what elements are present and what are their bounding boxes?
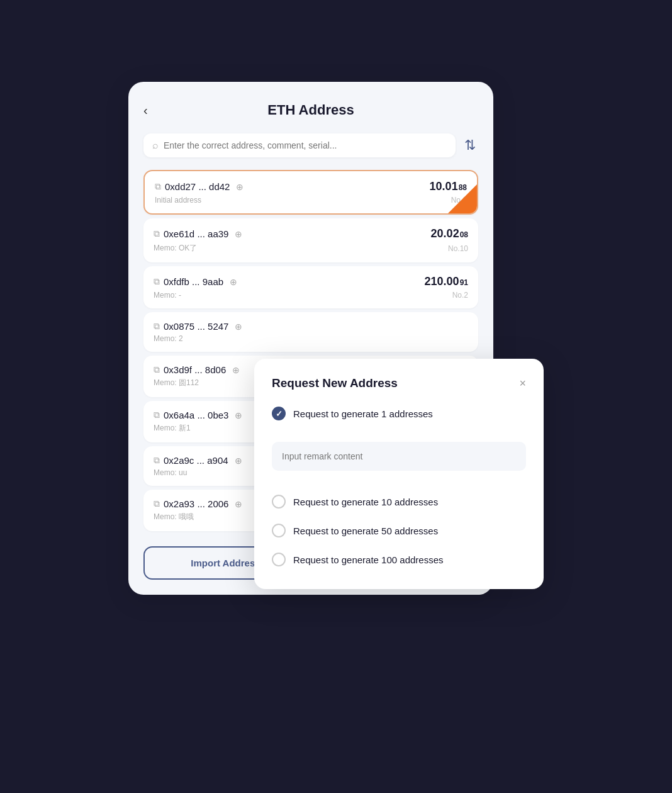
address-text-3: 0x0875 ... 5247 bbox=[164, 321, 228, 332]
address-text-1: 0xe61d ... aa39 bbox=[164, 228, 228, 239]
radio-circle-4 bbox=[272, 553, 286, 566]
memo-5: Memo: 新1 bbox=[154, 423, 191, 434]
address-text-2: 0xfdfb ... 9aab bbox=[164, 276, 223, 287]
filter-icon: ⇅ bbox=[464, 137, 476, 154]
memo-1: Memo: OK了 bbox=[154, 243, 197, 254]
copy-icon-5[interactable]: ⧉ bbox=[154, 410, 160, 420]
address-text-7: 0x2a93 ... 2006 bbox=[164, 498, 228, 509]
address-item-0[interactable]: ⧉ 0xdd27 ... dd42 ⊕ 10.01 88 Initial add… bbox=[143, 170, 478, 215]
memo-2: Memo: - bbox=[154, 291, 181, 300]
memo-4: Memo: 圆112 bbox=[154, 378, 199, 388]
copy-icon-1[interactable]: ⧉ bbox=[154, 228, 160, 239]
copy-icon-2[interactable]: ⧉ bbox=[154, 276, 160, 287]
modal-options: Request to generate 1 addresses Request … bbox=[272, 404, 526, 569]
back-button[interactable]: ‹ bbox=[143, 103, 148, 118]
copy-icon-0[interactable]: ⧉ bbox=[155, 181, 161, 192]
radio-label-4: Request to generate 100 addresses bbox=[293, 554, 444, 565]
serial-1: No.10 bbox=[448, 244, 468, 253]
address-text-0: 0xdd27 ... dd42 bbox=[165, 181, 230, 192]
radio-option-1[interactable]: Request to generate 1 addresses bbox=[272, 404, 526, 423]
modal-title: Request New Address bbox=[272, 376, 398, 390]
radio-label-2: Request to generate 10 addresses bbox=[293, 497, 438, 507]
radio-label-1: Request to generate 1 addresses bbox=[293, 408, 433, 419]
address-text-6: 0x2a9c ... a904 bbox=[164, 455, 228, 466]
radio-option-2[interactable]: Request to generate 10 addresses bbox=[272, 492, 526, 511]
memo-3: Memo: 2 bbox=[154, 334, 183, 343]
search-small-icon-3[interactable]: ⊕ bbox=[235, 322, 242, 332]
page-title: ETH Address bbox=[267, 102, 354, 118]
radio-option-4[interactable]: Request to generate 100 addresses bbox=[272, 550, 526, 569]
search-small-icon-4[interactable]: ⊕ bbox=[232, 365, 240, 375]
filter-button[interactable]: ⇅ bbox=[462, 135, 478, 156]
remark-input[interactable] bbox=[282, 451, 516, 461]
search-bar: ⌕ ⇅ bbox=[143, 133, 478, 157]
search-small-icon-0[interactable]: ⊕ bbox=[236, 182, 244, 192]
address-text-4: 0x3d9f ... 8d06 bbox=[164, 364, 226, 375]
memo-7: Memo: 哦哦 bbox=[154, 512, 194, 522]
search-small-icon-7[interactable]: ⊕ bbox=[235, 499, 242, 509]
memo-6: Memo: uu bbox=[154, 468, 187, 477]
address-item-3[interactable]: ⧉ 0x0875 ... 5247 ⊕ Memo: 2 bbox=[143, 312, 478, 352]
radio-checked-icon-1 bbox=[272, 407, 286, 420]
radio-circle-3 bbox=[272, 524, 286, 537]
radio-option-3[interactable]: Request to generate 50 addresses bbox=[272, 521, 526, 540]
memo-0: Initial address bbox=[155, 196, 201, 205]
page-header: ‹ ETH Address bbox=[143, 102, 478, 118]
amount-main-2: 210.00 bbox=[425, 275, 459, 288]
amount-small-2: 91 bbox=[460, 278, 468, 287]
search-input-wrap: ⌕ bbox=[143, 133, 456, 157]
search-small-icon-2[interactable]: ⊕ bbox=[230, 277, 237, 287]
search-icon: ⌕ bbox=[152, 140, 159, 151]
amount-small-1: 08 bbox=[460, 230, 468, 239]
modal-card: Request New Address × Request to generat… bbox=[254, 359, 544, 589]
search-input[interactable] bbox=[164, 140, 447, 150]
address-item-1[interactable]: ⧉ 0xe61d ... aa39 ⊕ 20.02 08 Memo: OK了 N… bbox=[143, 218, 478, 262]
modal-header: Request New Address × bbox=[272, 376, 526, 390]
serial-2: No.2 bbox=[452, 291, 468, 300]
address-text-5: 0x6a4a ... 0be3 bbox=[164, 410, 228, 420]
copy-icon-7[interactable]: ⧉ bbox=[154, 498, 160, 509]
address-item-2[interactable]: ⧉ 0xfdfb ... 9aab ⊕ 210.00 91 Memo: - No… bbox=[143, 266, 478, 308]
copy-icon-3[interactable]: ⧉ bbox=[154, 321, 160, 332]
copy-icon-4[interactable]: ⧉ bbox=[154, 364, 160, 375]
copy-icon-6[interactable]: ⧉ bbox=[154, 455, 160, 466]
modal-close-button[interactable]: × bbox=[519, 378, 526, 389]
remark-input-wrap bbox=[272, 442, 526, 471]
radio-circle-2 bbox=[272, 495, 286, 509]
radio-label-3: Request to generate 50 addresses bbox=[293, 526, 438, 536]
search-small-icon-6[interactable]: ⊕ bbox=[235, 456, 242, 466]
corner-tag-0 bbox=[448, 184, 477, 213]
amount-main-1: 20.02 bbox=[431, 227, 459, 240]
search-small-icon-5[interactable]: ⊕ bbox=[235, 410, 242, 420]
search-small-icon-1[interactable]: ⊕ bbox=[235, 229, 242, 239]
